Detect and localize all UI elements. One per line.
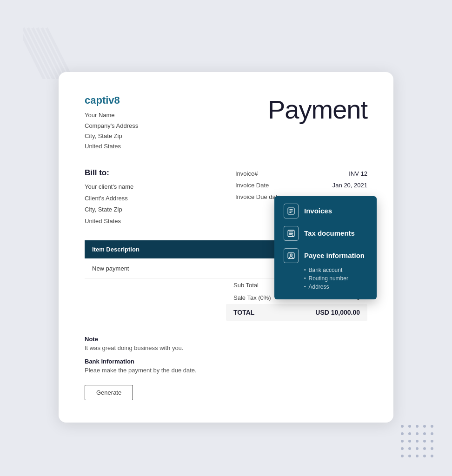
company-name: Your Name — [85, 110, 138, 120]
company-address: Company's Address — [85, 121, 138, 131]
bank-text: Pleae make the payment by the due date. — [85, 367, 367, 374]
note-section: Note It was great doing business with yo… — [85, 336, 367, 400]
cell-description: New payment — [85, 258, 257, 279]
company-country: United States — [85, 141, 138, 152]
bill-to-block: Bill to: Your client's name Client's Add… — [85, 168, 217, 227]
dropdown-menu: Invoices Tax documents — [274, 196, 377, 299]
invoice-number-row: Invoice# INV 12 — [235, 170, 367, 177]
company-info: Your Name Company's Address City, State … — [85, 110, 138, 151]
payee-icon — [284, 248, 299, 263]
billing-section: Bill to: Your client's name Client's Add… — [85, 168, 367, 227]
invoices-label: Invoices — [304, 207, 332, 215]
invoices-icon — [284, 204, 299, 218]
client-address: Client's Address — [85, 193, 217, 205]
svg-point-17 — [290, 254, 292, 256]
note-label: Note — [85, 336, 367, 343]
total-value: USD 10,000.00 — [315, 309, 360, 316]
generate-button[interactable]: Generate — [85, 385, 133, 400]
bill-to-label: Bill to: — [85, 168, 217, 178]
tax-icon — [284, 226, 299, 241]
subitem-bank: Bank account — [304, 267, 367, 273]
company-city: City, State Zip — [85, 131, 138, 141]
invoice-number-label: Invoice# — [235, 170, 258, 177]
note-text: It was great doing business with you. — [85, 344, 367, 351]
brand-suffix: 8 — [114, 94, 120, 106]
client-name: Your client's name — [85, 181, 217, 193]
total-row: TOTAL USD 10,000.00 — [226, 304, 367, 321]
invoice-card: captiv8 Your Name Company's Address City… — [59, 72, 393, 422]
client-country: United States — [85, 216, 217, 227]
tax-label: Sale Tax (0%) — [233, 294, 271, 301]
page-title: Payment — [268, 94, 367, 125]
client-city: City, State Zip — [85, 204, 217, 216]
bank-label: Bank Information — [85, 358, 367, 365]
total-label: TOTAL — [233, 309, 254, 316]
invoice-header: captiv8 Your Name Company's Address City… — [85, 94, 367, 151]
deco-lines — [23, 23, 70, 79]
invoice-date-label: Invoice Date — [235, 182, 269, 189]
col-description: Item Description — [85, 240, 257, 258]
dropdown-item-tax[interactable]: Tax documents — [284, 226, 367, 241]
outer-wrapper: captiv8 Your Name Company's Address City… — [9, 9, 443, 476]
subitem-address: Address — [304, 284, 367, 290]
svg-line-15 — [292, 234, 293, 235]
invoice-date-row: Invoice Date Jan 20, 2021 — [235, 182, 367, 189]
subtotal-label: Sub Total — [233, 282, 259, 289]
dropdown-item-invoices[interactable]: Invoices — [284, 204, 367, 218]
brand-block: captiv8 Your Name Company's Address City… — [85, 94, 138, 151]
subitem-routing: Routing number — [304, 275, 367, 282]
invoice-number-value: INV 12 — [349, 170, 367, 177]
invoice-date-value: Jan 20, 2021 — [332, 182, 367, 189]
dot-grid — [401, 425, 433, 462]
payee-subitems: Bank account Routing number Address — [304, 267, 367, 290]
invoice-due-label: Invoice Due date — [235, 193, 281, 200]
brand-name: captiv8 — [85, 94, 138, 106]
tax-label: Tax documents — [304, 229, 355, 237]
brand-prefix: captiv — [85, 94, 114, 106]
dropdown-item-payee[interactable]: Payee information Bank account Routing n… — [284, 248, 367, 290]
payee-label: Payee information — [304, 251, 365, 259]
